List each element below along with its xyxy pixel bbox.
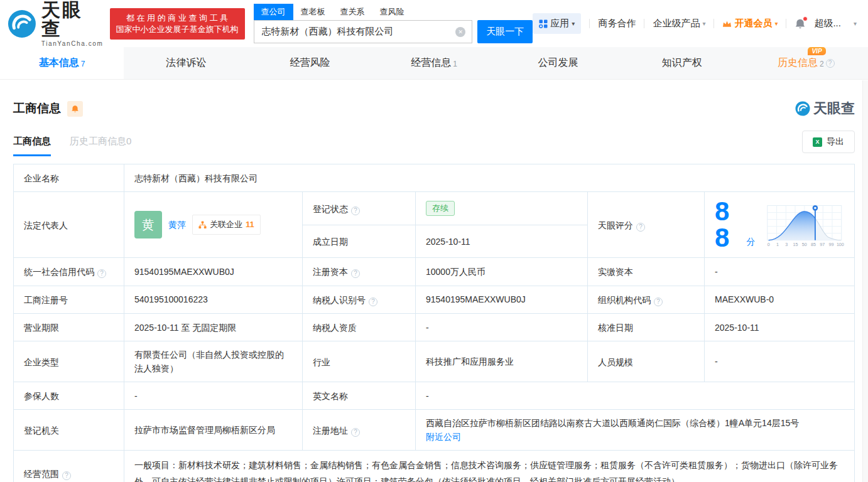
business-info-table: 企业名称 志特新材（西藏）科技有限公司 法定代表人 黄 黄萍 (13, 164, 855, 482)
logo-subtitle: TianYanCha.com (41, 40, 104, 47)
tab-intellectual-property[interactable]: 知识产权 (620, 47, 744, 79)
menu-item-cooperation[interactable]: 商务合作 (598, 18, 636, 29)
clear-search-icon[interactable]: ✕ (455, 27, 465, 37)
field-label: 参保人数 (14, 382, 124, 410)
score-cell: 88 分 (705, 192, 855, 258)
apps-menu[interactable]: 应用 ▾ (533, 13, 581, 34)
tab-operating-risk[interactable]: 经营风险 (248, 47, 372, 79)
promo-line-1: 都 在 用 的 商 业 查 询 工 具 (116, 13, 239, 24)
help-icon[interactable]: ? (351, 269, 360, 278)
status-cell: 存续 (416, 192, 588, 225)
field-label: 经营范围? (14, 451, 124, 482)
user-account-menu[interactable]: 超级... ▾ (814, 18, 857, 29)
tab-label: 知识产权 (662, 56, 702, 70)
field-value: 2025-10-11 (416, 225, 588, 258)
subtab-business-info[interactable]: 工商信息 (13, 136, 51, 156)
svg-text:85: 85 (811, 243, 816, 248)
tab-company-development[interactable]: 公司发展 (496, 47, 620, 79)
enterprise-label: 企业级产品 (653, 18, 700, 29)
username-label: 超级... (814, 18, 841, 29)
search-area: 查公司 查老板 查关系 查风险 ✕ 天眼一下 (254, 4, 533, 43)
field-label: 登记机关 (14, 410, 124, 451)
tab-history-info[interactable]: VIP 历史信息 2 ? (744, 47, 868, 79)
company-name-value: 志特新材（西藏）科技有限公司 (124, 164, 855, 192)
caret-down-icon: ▾ (572, 21, 575, 27)
field-label: 企业类型 (14, 341, 124, 382)
score-value: 88 (715, 198, 742, 251)
help-icon[interactable]: ? (654, 297, 663, 306)
notifications-button[interactable] (795, 18, 806, 29)
table-row: 统一社会信用代码? 91540195MAEXXWUB0J 注册资本? 10000… (14, 258, 855, 286)
table-row: 工商注册号 540195100016223 纳税人识别号? 91540195MA… (14, 286, 855, 313)
subscribe-bell-button[interactable] (67, 101, 83, 117)
logo-title: 天眼查 (41, 1, 104, 38)
tab-legal-litigation[interactable]: 法律诉讼 (124, 47, 247, 79)
subtab-history-business-info[interactable]: 历史工商信息0 (70, 136, 131, 156)
field-value: - (416, 313, 588, 341)
field-label: 注册地址? (303, 410, 416, 451)
tab-count: 1 (453, 60, 457, 68)
help-icon[interactable]: ? (826, 59, 835, 68)
related-companies-badge[interactable]: 关联企业 11 (192, 215, 261, 235)
search-tab-company[interactable]: 查公司 (254, 4, 293, 20)
field-label: 纳税人识别号? (303, 286, 416, 313)
svg-text:97: 97 (820, 243, 825, 248)
field-value: 91540195MAEXXWUB0J (124, 258, 303, 286)
field-label: 人员规模 (588, 341, 705, 382)
menu-divider (713, 19, 714, 28)
field-label: 实缴资本 (588, 258, 705, 286)
search-submit-button[interactable]: 天眼一下 (477, 20, 533, 43)
menu-divider (589, 19, 590, 28)
tab-label: 历史信息 (778, 56, 818, 70)
field-label: 营业期限 (14, 313, 124, 341)
help-icon[interactable]: ? (351, 206, 360, 215)
vip-upgrade-menu[interactable]: 开通会员 ▾ (722, 18, 778, 29)
legal-rep-avatar[interactable]: 黄 (134, 211, 162, 238)
field-value: 科技推广和应用服务业 (416, 341, 588, 382)
field-value: - (705, 258, 855, 286)
section-title: 工商信息 (13, 100, 61, 117)
export-button[interactable]: X 导出 (802, 131, 855, 153)
search-box[interactable]: ✕ (254, 20, 473, 43)
table-row: 经营范围? 一般项目：新材料技术研发；建筑材料销售；金属结构销售；有色金属合金销… (14, 451, 855, 482)
tab-operating-info[interactable]: 经营信息 1 (372, 47, 496, 79)
field-label: 企业名称 (14, 164, 124, 192)
caret-down-icon: ▾ (774, 21, 778, 27)
caret-down-icon: ▾ (702, 21, 705, 27)
field-value: 540195100016223 (124, 286, 303, 313)
header-menu: 应用 ▾ 商务合作 企业级产品 ▾ 开通会员 ▾ 超 (533, 13, 857, 34)
help-icon[interactable]: ? (636, 223, 645, 232)
apps-label: 应用 (550, 18, 569, 29)
search-tab-boss[interactable]: 查老板 (293, 4, 333, 20)
search-input[interactable] (262, 26, 456, 37)
field-label: 登记状态? (303, 192, 416, 225)
scrollbar[interactable] (862, 80, 868, 482)
tab-label: 经营信息 (411, 56, 451, 70)
tianyancha-logo-icon (8, 9, 36, 38)
help-icon[interactable]: ? (369, 297, 377, 306)
address-cell: 西藏自治区拉萨市柳梧新区团结路以南察古大道以西顺通岗仁国际（综合楼）1幢A单元1… (416, 410, 855, 451)
chart-axis-ticks: 0 1 3 15 50 85 97 99 100 (768, 243, 844, 248)
help-icon[interactable]: ? (97, 269, 106, 278)
related-label: 关联企业 (210, 218, 242, 232)
menu-divider (644, 19, 644, 28)
nearby-companies-link[interactable]: 附近公司 (426, 432, 461, 442)
field-value: - (124, 382, 303, 410)
export-label: 导出 (827, 136, 844, 147)
field-value: 10000万人民币 (416, 258, 588, 286)
field-label: 统一社会信用代码? (14, 258, 124, 286)
svg-text:15: 15 (793, 243, 798, 248)
legal-rep-name-link[interactable]: 黄萍 (168, 218, 186, 232)
svg-text:0: 0 (768, 243, 770, 248)
search-tab-risk[interactable]: 查风险 (372, 4, 412, 20)
promo-banner: 都 在 用 的 商 业 查 询 工 具 国家中小企业发展子基金旗下机构 (110, 8, 245, 40)
menu-divider (786, 19, 786, 28)
tab-basic-info[interactable]: 基本信息 7 (0, 47, 124, 79)
help-icon[interactable]: ? (351, 428, 360, 437)
site-logo[interactable]: 天眼查 TianYanCha.com (8, 1, 104, 47)
search-tab-relation[interactable]: 查关系 (333, 4, 372, 20)
tab-label: 基本信息 (39, 56, 79, 70)
menu-item-enterprise[interactable]: 企业级产品 ▾ (653, 18, 705, 29)
help-icon[interactable]: ? (62, 471, 71, 480)
watermark-text: 天眼查 (813, 99, 855, 118)
